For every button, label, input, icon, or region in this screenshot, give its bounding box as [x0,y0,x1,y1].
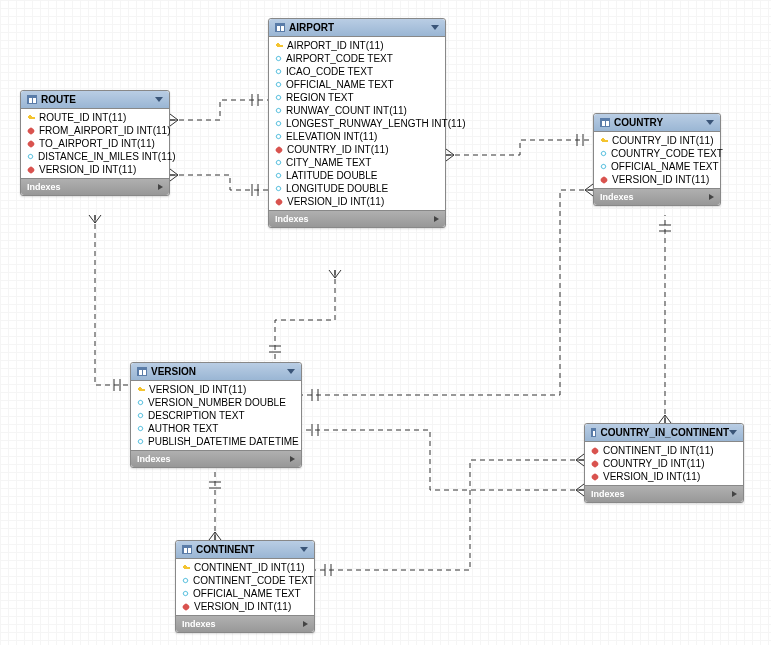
field-row[interactable]: OFFICIAL_NAME TEXT [594,160,720,173]
entity-version[interactable]: VERSIONVERSION_ID INT(11)VERSION_NUMBER … [130,362,302,468]
entity-route[interactable]: ROUTEROUTE_ID INT(11)FROM_AIRPORT_ID INT… [20,90,170,196]
column-icon [275,185,282,192]
field-label: DISTANCE_IN_MILES INT(11) [38,151,176,162]
chevron-right-icon[interactable] [434,216,439,222]
indexes-section[interactable]: Indexes [585,485,743,502]
field-row[interactable]: VERSION_NUMBER DOUBLE [131,396,301,409]
field-label: COUNTRY_ID INT(11) [287,144,389,155]
field-label: ICAO_CODE TEXT [286,66,373,77]
field-row[interactable]: ICAO_CODE TEXT [269,65,445,78]
indexes-section[interactable]: Indexes [21,178,169,195]
field-label: CITY_NAME TEXT [286,157,371,168]
field-list: ROUTE_ID INT(11)FROM_AIRPORT_ID INT(11)T… [21,109,169,178]
entity-title: COUNTRY [614,117,663,128]
fk-icon [27,139,35,147]
field-label: COUNTRY_ID INT(11) [612,135,714,146]
field-row[interactable]: AIRPORT_ID INT(11) [269,39,445,52]
field-row[interactable]: VERSION_ID INT(11) [131,383,301,396]
field-label: VERSION_ID INT(11) [149,384,246,395]
entity-country[interactable]: COUNTRYCOUNTRY_ID INT(11)COUNTRY_CODE TE… [593,113,721,206]
entity-continent[interactable]: CONTINENTCONTINENT_ID INT(11)CONTINENT_C… [175,540,315,633]
chevron-right-icon[interactable] [158,184,163,190]
indexes-label: Indexes [591,489,625,499]
table-icon [591,428,596,437]
indexes-section[interactable]: Indexes [594,188,720,205]
field-row[interactable]: VERSION_ID INT(11) [21,163,169,176]
table-icon [182,545,192,554]
fk-icon [27,165,35,173]
field-row[interactable]: LATITUDE DOUBLE [269,169,445,182]
field-row[interactable]: VERSION_ID INT(11) [269,195,445,208]
indexes-section[interactable]: Indexes [176,615,314,632]
field-row[interactable]: AIRPORT_CODE TEXT [269,52,445,65]
field-row[interactable]: COUNTRY_CODE TEXT [594,147,720,160]
field-row[interactable]: TO_AIRPORT_ID INT(11) [21,137,169,150]
indexes-label: Indexes [137,454,171,464]
fk-icon [275,145,283,153]
field-list: AIRPORT_ID INT(11)AIRPORT_CODE TEXTICAO_… [269,37,445,210]
field-row[interactable]: CONTINENT_ID INT(11) [176,561,314,574]
field-row[interactable]: AUTHOR TEXT [131,422,301,435]
table-icon [137,367,147,376]
chevron-right-icon[interactable] [290,456,295,462]
field-row[interactable]: COUNTRY_ID INT(11) [585,457,743,470]
field-row[interactable]: ELEVATION INT(11) [269,130,445,143]
entity-header[interactable]: AIRPORT [269,19,445,37]
field-label: ELEVATION INT(11) [286,131,377,142]
entity-title: CONTINENT [196,544,254,555]
field-row[interactable]: COUNTRY_ID INT(11) [269,143,445,156]
field-row[interactable]: DESCRIPTION TEXT [131,409,301,422]
column-icon [275,133,282,140]
entity-country_in_continent[interactable]: COUNTRY_IN_CONTINENTCONTINENT_ID INT(11)… [584,423,744,503]
entity-header[interactable]: COUNTRY [594,114,720,132]
entity-header[interactable]: COUNTRY_IN_CONTINENT [585,424,743,442]
chevron-down-icon[interactable] [729,430,737,435]
chevron-down-icon[interactable] [300,547,308,552]
entity-airport[interactable]: AIRPORTAIRPORT_ID INT(11)AIRPORT_CODE TE… [268,18,446,228]
field-row[interactable]: REGION TEXT [269,91,445,104]
column-icon [600,163,607,170]
field-row[interactable]: PUBLISH_DATETIME DATETIME [131,435,301,448]
field-row[interactable]: OFFICIAL_NAME TEXT [176,587,314,600]
field-label: CONTINENT_ID INT(11) [603,445,714,456]
entity-header[interactable]: VERSION [131,363,301,381]
field-label: VERSION_ID INT(11) [612,174,709,185]
field-list: VERSION_ID INT(11)VERSION_NUMBER DOUBLED… [131,381,301,450]
field-label: TO_AIRPORT_ID INT(11) [39,138,155,149]
chevron-down-icon[interactable] [431,25,439,30]
field-row[interactable]: COUNTRY_ID INT(11) [594,134,720,147]
field-row[interactable]: DISTANCE_IN_MILES INT(11) [21,150,169,163]
column-icon [600,150,607,157]
field-row[interactable]: RUNWAY_COUNT INT(11) [269,104,445,117]
entity-header[interactable]: ROUTE [21,91,169,109]
chevron-down-icon[interactable] [706,120,714,125]
field-label: PUBLISH_DATETIME DATETIME [148,436,299,447]
column-icon [27,153,34,160]
entity-title: ROUTE [41,94,76,105]
field-row[interactable]: LONGITUDE DOUBLE [269,182,445,195]
field-row[interactable]: VERSION_ID INT(11) [594,173,720,186]
chevron-down-icon[interactable] [287,369,295,374]
field-row[interactable]: VERSION_ID INT(11) [585,470,743,483]
field-label: LATITUDE DOUBLE [286,170,378,181]
field-row[interactable]: FROM_AIRPORT_ID INT(11) [21,124,169,137]
indexes-section[interactable]: Indexes [269,210,445,227]
column-icon [275,159,282,166]
field-row[interactable]: CITY_NAME TEXT [269,156,445,169]
field-label: ROUTE_ID INT(11) [39,112,126,123]
field-row[interactable]: CONTINENT_ID INT(11) [585,444,743,457]
chevron-right-icon[interactable] [709,194,714,200]
chevron-down-icon[interactable] [155,97,163,102]
field-row[interactable]: CONTINENT_CODE TEXT [176,574,314,587]
field-row[interactable]: LONGEST_RUNWAY_LENGTH INT(11) [269,117,445,130]
field-row[interactable]: OFFICIAL_NAME TEXT [269,78,445,91]
entity-title: AIRPORT [289,22,334,33]
indexes-section[interactable]: Indexes [131,450,301,467]
field-row[interactable]: ROUTE_ID INT(11) [21,111,169,124]
field-row[interactable]: VERSION_ID INT(11) [176,600,314,613]
chevron-right-icon[interactable] [732,491,737,497]
chevron-right-icon[interactable] [303,621,308,627]
field-label: RUNWAY_COUNT INT(11) [286,105,407,116]
field-label: OFFICIAL_NAME TEXT [193,588,301,599]
entity-header[interactable]: CONTINENT [176,541,314,559]
